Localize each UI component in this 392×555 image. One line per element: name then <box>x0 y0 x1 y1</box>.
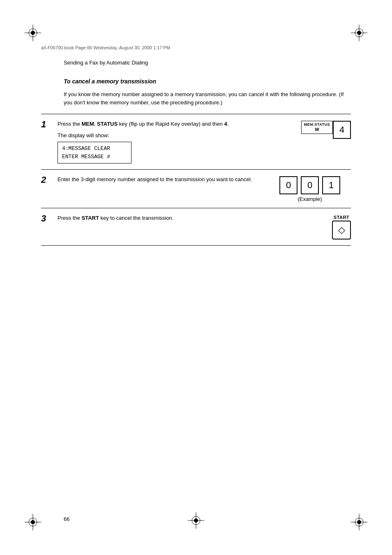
intro-text: If you know the memory number assigned t… <box>64 90 351 106</box>
corner-mark-tl <box>25 25 41 41</box>
corner-mark-bl <box>25 514 41 530</box>
mem-status-key-bottom: W <box>315 127 319 132</box>
main-content: To cancel a memory transmission If you k… <box>41 78 351 246</box>
example-label: (Example) <box>297 196 322 202</box>
digit-key-0b[interactable]: 0 <box>301 176 319 194</box>
step-1-left: Press the MEM. STATUS key (flip up the R… <box>58 120 269 164</box>
step-1-number: 1 <box>41 120 53 129</box>
digit-keys-row: 0 0 1 <box>279 176 340 194</box>
svg-point-11 <box>31 520 35 524</box>
step-2-right: 0 0 1 (Example) <box>269 175 351 202</box>
step-3-right: START ◇ <box>269 214 351 240</box>
start-key-symbol: ◇ <box>338 225 345 235</box>
number-4-key[interactable]: 4 <box>333 121 351 139</box>
step-1-row: Press the MEM. STATUS key (flip up the R… <box>58 120 351 164</box>
start-key-label: START <box>334 215 349 220</box>
lcd-line-1: 4:MESSAGE CLEAR <box>62 145 127 153</box>
section-label: Sending a Fax by Automatic Dialing <box>64 60 148 66</box>
lcd-display: 4:MESSAGE CLEAR ENTER MESSAGE # <box>58 142 131 164</box>
step-2-block: 2 Enter the 3-digit memory number assign… <box>41 169 351 208</box>
step-2-number: 2 <box>41 175 53 184</box>
step-3-block: 3 Press the START key to cancel the tran… <box>41 208 351 246</box>
step-1-instruction: Press the MEM. STATUS key (flip up the R… <box>58 120 269 128</box>
digit-key-0a[interactable]: 0 <box>279 176 297 194</box>
step-2-text: Enter the 3-digit memory number assigned… <box>58 175 269 184</box>
step-2-row: Enter the 3-digit memory number assigned… <box>58 175 351 202</box>
center-bottom-mark <box>188 512 204 530</box>
mem-status-key[interactable]: MEM.STATUS W <box>301 121 333 134</box>
start-key-button[interactable]: ◇ <box>332 221 351 240</box>
step-1-bold-1: MEM. STATUS <box>82 121 118 127</box>
step-2-instruction: Enter the 3-digit memory number assigned… <box>58 175 269 184</box>
digit-key-1[interactable]: 1 <box>322 176 340 194</box>
svg-point-15 <box>357 520 361 524</box>
mem-status-key-top: MEM.STATUS <box>304 122 330 127</box>
step-1-block: 1 Press the MEM. STATUS key (flip up the… <box>41 114 351 169</box>
step-3-number: 3 <box>41 214 53 223</box>
step-2-left: Enter the 3-digit memory number assigned… <box>58 175 269 202</box>
svg-point-7 <box>357 31 361 35</box>
step-1-text: Press the MEM. STATUS key (flip up the R… <box>58 120 269 164</box>
start-key-group: START ◇ <box>332 215 351 240</box>
step-3-bold: START <box>82 215 99 221</box>
svg-point-3 <box>31 31 35 35</box>
step-3-row: Press the START key to cancel the transm… <box>58 214 351 240</box>
book-info-bar: aII-F06700.book Page 66 Wednesday, Augus… <box>41 45 351 50</box>
page-number: 66 <box>64 516 69 522</box>
book-info-text: aII-F06700.book Page 66 Wednesday, Augus… <box>41 45 170 50</box>
step-3-instruction: Press the START key to cancel the transm… <box>58 214 269 222</box>
step-3-left: Press the START key to cancel the transm… <box>58 214 269 240</box>
corner-mark-tr <box>351 25 367 41</box>
corner-mark-br <box>351 514 367 530</box>
step-1-bold-2: 4 <box>224 121 227 127</box>
svg-point-19 <box>194 518 198 523</box>
step-1-right: MEM.STATUS W 4 <box>269 120 351 164</box>
lcd-line-2: ENTER MESSAGE # <box>62 153 127 161</box>
step-3-text: Press the START key to cancel the transm… <box>58 214 269 222</box>
section-title: To cancel a memory transmission <box>64 78 351 85</box>
step-1-display-shows: The display will show: <box>58 131 269 140</box>
